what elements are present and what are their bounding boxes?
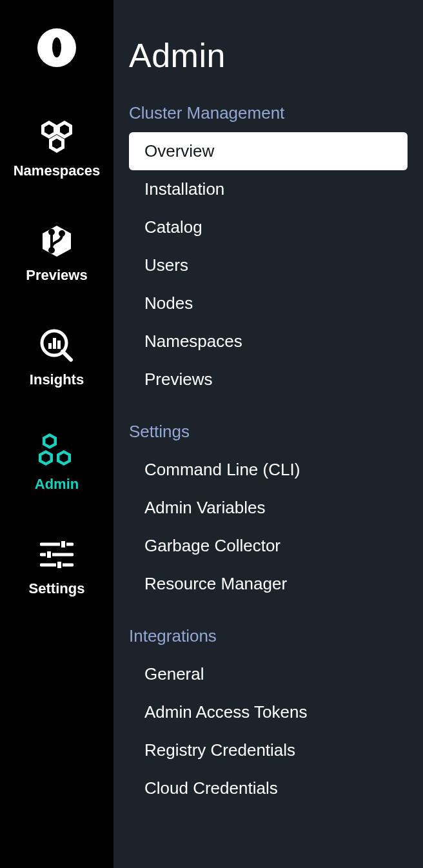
svg-point-8 [48, 229, 55, 235]
logo[interactable] [37, 28, 76, 67]
nav-item-admin[interactable]: Admin [35, 432, 79, 493]
svg-rect-25 [61, 540, 66, 548]
nav-label: Settings [29, 580, 85, 597]
menu-item-admin-access-tokens[interactable]: Admin Access Tokens [129, 693, 408, 731]
logo-icon [52, 42, 61, 54]
nav-item-previews[interactable]: Previews [26, 223, 87, 284]
menu-item-cli[interactable]: Command Line (CLI) [129, 451, 408, 489]
menu-item-nodes[interactable]: Nodes [129, 284, 408, 322]
nav-item-settings[interactable]: Settings [29, 537, 85, 597]
menu-item-garbage-collector[interactable]: Garbage Collector [129, 527, 408, 565]
nav-label: Namespaces [14, 163, 101, 179]
nav-item-namespaces[interactable]: Namespaces [14, 119, 101, 179]
svg-rect-15 [57, 340, 61, 349]
svg-line-12 [63, 351, 71, 360]
branch-hex-icon [39, 223, 75, 259]
group-settings: Settings Command Line (CLI) Admin Variab… [129, 422, 408, 603]
svg-rect-13 [48, 343, 52, 349]
hex-cluster-icon [39, 432, 75, 468]
menu-item-resource-manager[interactable]: Resource Manager [129, 565, 408, 603]
menu-item-previews[interactable]: Previews [129, 360, 408, 399]
nav-rail: Namespaces Previews [0, 0, 113, 868]
svg-point-9 [48, 247, 55, 253]
menu-item-registry-credentials[interactable]: Registry Credentials [129, 731, 408, 769]
svg-point-10 [59, 230, 65, 237]
menu-item-catalog[interactable]: Catalog [129, 208, 408, 246]
group-cluster-management: Cluster Management Overview Installation… [129, 103, 408, 399]
svg-rect-27 [57, 561, 62, 569]
menu-item-namespaces[interactable]: Namespaces [129, 322, 408, 360]
nav-label: Previews [26, 267, 87, 284]
nav-item-insights[interactable]: Insights [30, 328, 84, 388]
hexagons-icon [39, 119, 75, 155]
menu-item-cloud-credentials[interactable]: Cloud Credentials [129, 769, 408, 807]
group-heading: Integrations [129, 626, 408, 646]
menu-item-general[interactable]: General [129, 655, 408, 693]
admin-panel: Admin Cluster Management Overview Instal… [113, 0, 423, 868]
svg-rect-26 [46, 551, 52, 558]
page-title: Admin [129, 36, 408, 75]
nav-label: Admin [35, 476, 79, 493]
svg-rect-14 [53, 338, 56, 349]
chart-search-icon [39, 328, 75, 364]
menu-item-admin-variables[interactable]: Admin Variables [129, 489, 408, 527]
sliders-icon [39, 537, 75, 573]
group-integrations: Integrations General Admin Access Tokens… [129, 626, 408, 807]
menu-item-users[interactable]: Users [129, 246, 408, 284]
group-heading: Settings [129, 422, 408, 442]
menu-item-overview[interactable]: Overview [129, 132, 408, 170]
nav-label: Insights [30, 371, 84, 388]
menu-item-installation[interactable]: Installation [129, 170, 408, 208]
group-heading: Cluster Management [129, 103, 408, 123]
